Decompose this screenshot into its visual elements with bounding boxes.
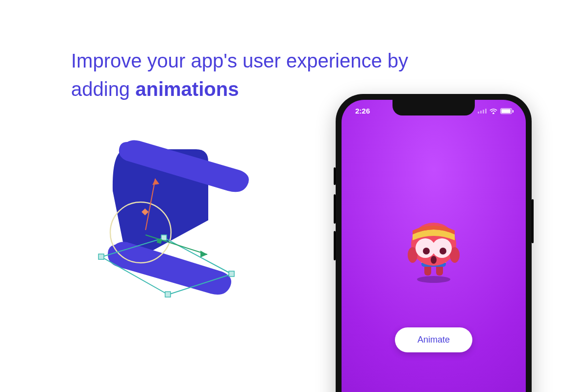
svg-point-27 — [440, 248, 446, 254]
animate-button[interactable]: Animate — [395, 327, 472, 352]
svg-point-15 — [493, 112, 494, 114]
phone-notch — [392, 100, 475, 115]
phone-side-button — [334, 231, 336, 260]
svg-point-16 — [417, 276, 450, 283]
wifi-icon — [490, 108, 497, 114]
phone-mockup: 2:26 — [336, 94, 532, 392]
phone-side-button — [532, 199, 534, 243]
headline-line2-prefix: adding — [71, 78, 135, 100]
svg-marker-13 — [200, 251, 207, 257]
phone-side-button — [334, 194, 336, 224]
headline-line2-bold: animations — [135, 78, 239, 100]
svg-rect-11 — [165, 292, 171, 297]
animate-button-label: Animate — [417, 335, 450, 345]
svg-rect-10 — [229, 271, 234, 277]
svg-rect-8 — [98, 254, 104, 259]
battery-icon — [500, 108, 512, 114]
character-illustration — [402, 210, 466, 283]
svg-rect-9 — [161, 235, 167, 240]
phone-side-button — [334, 167, 336, 185]
shapes-illustration — [81, 132, 257, 318]
cellular-icon — [478, 109, 487, 114]
status-icons — [478, 107, 512, 115]
status-time: 2:26 — [355, 107, 370, 115]
headline-line1: Improve your app's user experience by — [71, 50, 408, 71]
svg-point-28 — [431, 256, 437, 264]
phone-screen: 2:26 — [342, 100, 526, 392]
svg-point-26 — [423, 248, 430, 254]
